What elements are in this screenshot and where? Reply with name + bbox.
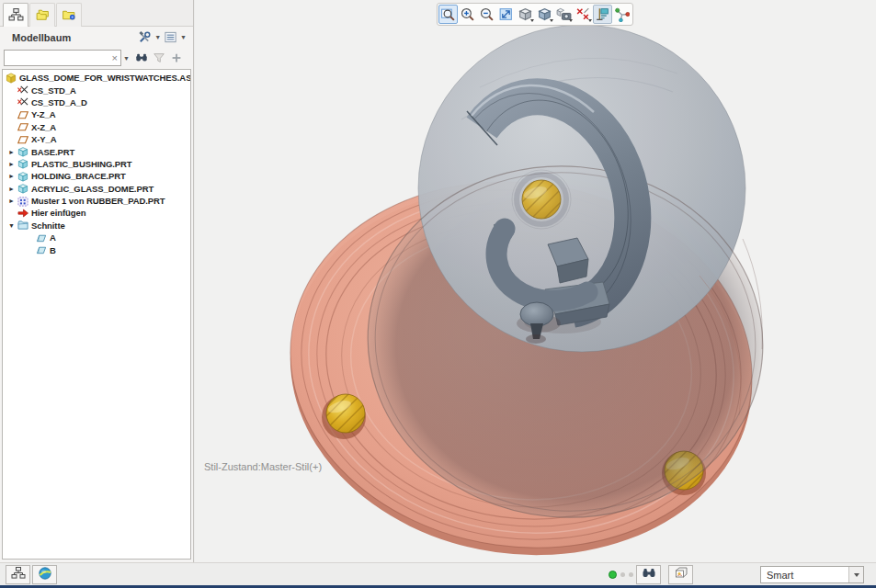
3d-model-scene[interactable] (195, 0, 876, 562)
status-bar: Smart (0, 562, 876, 585)
plane-icon (17, 134, 28, 145)
display-style-menu-caret[interactable] (550, 19, 553, 22)
tree-item[interactable]: CS_STD_A_D (3, 96, 190, 108)
model-tree: GLASS_DOME_FOR_WRISTWATCHES.ASMCS_STD_AC… (2, 69, 191, 560)
tree-item[interactable]: ►ACRYLIC_GLASS_DOME.PRT (3, 183, 190, 195)
tree-item[interactable]: ►PLASTIC_BUSHING.PRT (3, 158, 190, 170)
view-capture-button[interactable] (554, 5, 574, 24)
tree-item-label: Y-Z_A (31, 109, 55, 119)
pattern-icon (17, 196, 28, 207)
section-icon (36, 232, 47, 243)
find-binoculars-icon[interactable] (134, 51, 149, 65)
tree-item-label: ACRYLIC_GLASS_DOME.PRT (31, 184, 154, 194)
tree-item-label: PLASTIC_BUSHING.PRT (31, 159, 131, 169)
saved-views-button[interactable] (516, 5, 535, 24)
tree-item-label: X-Z_A (31, 122, 56, 132)
datum-display-button[interactable] (574, 5, 593, 24)
tree-item-label: CS_STD_A_D (31, 97, 87, 107)
tree-item[interactable]: X-Z_A (3, 121, 190, 133)
tree-item[interactable]: Y-Z_A (3, 108, 190, 120)
graphics-toolbar (437, 3, 633, 26)
status-indicator (609, 571, 633, 579)
tree-item-label: Schnitte (31, 220, 65, 231)
find-button[interactable] (636, 565, 661, 584)
status-dot-gray1 (620, 572, 625, 577)
layer-tree-tab[interactable] (29, 3, 55, 27)
tree-columns-icon[interactable] (163, 30, 178, 45)
model-tree-toggle-button[interactable] (6, 565, 30, 584)
expand-arrow[interactable]: ► (6, 183, 17, 195)
model-tree-panel: Modellbaum ▼ ▼ × ▼ GLASS_DOME_FOR_WRISTW… (0, 0, 194, 562)
selection-filter-caret[interactable] (848, 567, 863, 582)
section-display-button[interactable] (593, 5, 612, 24)
saved-views-menu-caret[interactable] (530, 19, 534, 22)
expand-arrow[interactable]: ► (6, 146, 17, 158)
tree-item-label: BASE.PRT (31, 147, 74, 157)
panel-title: Modellbaum (12, 32, 71, 43)
tree-settings-caret[interactable]: ▼ (154, 34, 161, 40)
expand-arrow[interactable]: ► (6, 195, 17, 207)
status-dot-green (609, 571, 617, 579)
tree-item-label: GLASS_DOME_FOR_WRISTWATCHES.ASM (19, 73, 191, 83)
assembly-icon (6, 73, 17, 84)
tree-item[interactable]: B (3, 243, 190, 255)
tree-item[interactable]: ►BASE.PRT (3, 145, 190, 157)
part-icon (17, 171, 28, 182)
expand-arrow[interactable]: ► (6, 158, 17, 170)
insert-icon (17, 208, 28, 219)
tree-search-row: × ▼ (0, 48, 193, 68)
graphics-area[interactable]: Stil-Zustand:Master-Stil(+) (195, 0, 876, 562)
tree-item-label: X-Y_A (31, 134, 56, 144)
window-button[interactable] (668, 565, 693, 584)
style-state-label: Stil-Zustand:Master-Stil(+) (204, 461, 322, 472)
plane-icon (17, 109, 28, 120)
panel-header: Modellbaum ▼ ▼ (0, 27, 193, 48)
csys-icon (17, 85, 28, 96)
status-dot-gray2 (629, 572, 633, 577)
tree-item-label: HOLDING_BRACE.PRT (31, 171, 126, 181)
tree-item[interactable]: ▼Schnitte (3, 220, 190, 232)
tree-columns-caret[interactable]: ▼ (180, 34, 187, 40)
tree-item[interactable]: A (3, 232, 190, 243)
tree-item[interactable]: GLASS_DOME_FOR_WRISTWATCHES.ASM (3, 72, 190, 84)
tree-settings-icon[interactable] (137, 30, 153, 45)
tree-item[interactable]: CS_STD_A (3, 84, 190, 96)
view-capture-menu-caret[interactable] (569, 19, 573, 22)
tree-item[interactable]: ►Muster 1 von RUBBER_PAD.PRT (3, 195, 190, 207)
display-style-button[interactable] (535, 5, 554, 24)
selection-filter-value: Smart (761, 570, 848, 581)
plane-icon (17, 121, 28, 132)
expand-arrow[interactable]: ► (6, 170, 17, 182)
tree-item-label: CS_STD_A (31, 85, 76, 96)
model-tree-tab[interactable] (3, 3, 28, 27)
datum-display-menu-caret[interactable] (588, 19, 592, 22)
section-icon (36, 244, 47, 255)
part-icon (17, 158, 28, 169)
tree-item-label: Hier einfügen (31, 208, 85, 218)
spin-center-button[interactable] (612, 5, 631, 24)
filter-funnel-icon[interactable] (152, 51, 166, 65)
tree-item-label: A (50, 232, 56, 243)
selection-filter-combo[interactable]: Smart (760, 566, 864, 583)
creo-window: Modellbaum ▼ ▼ × ▼ GLASS_DOME_FOR_WRISTW… (0, 0, 876, 588)
search-options-caret[interactable]: ▼ (123, 55, 130, 62)
folder-browser-tab[interactable] (56, 3, 82, 27)
browser-toggle-button[interactable] (32, 565, 57, 584)
tree-item[interactable]: X-Y_A (3, 133, 190, 145)
add-filter-plus-icon[interactable] (169, 51, 184, 65)
tree-item[interactable]: Hier einfügen (3, 207, 190, 219)
tree-item-label: B (50, 245, 56, 255)
clear-search-icon[interactable]: × (112, 52, 118, 63)
part-icon (17, 183, 28, 194)
panel-tab-bar (0, 0, 193, 27)
csys-icon (17, 96, 28, 107)
search-input[interactable]: × (4, 50, 121, 66)
part-icon (17, 146, 28, 157)
collapse-arrow[interactable]: ▼ (6, 220, 17, 232)
zoom-in-button[interactable] (458, 5, 477, 24)
tree-item-label: Muster 1 von RUBBER_PAD.PRT (31, 196, 165, 206)
zoom-window-button[interactable] (438, 5, 458, 24)
zoom-out-button[interactable] (477, 5, 496, 24)
tree-item[interactable]: ►HOLDING_BRACE.PRT (3, 170, 190, 182)
refit-button[interactable] (496, 5, 516, 24)
